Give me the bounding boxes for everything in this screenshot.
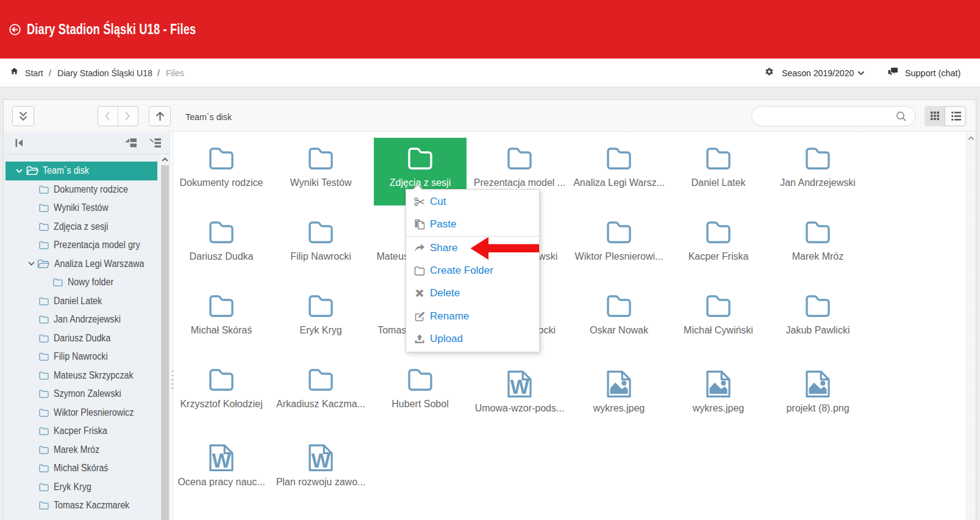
svg-text:W: W: [510, 376, 529, 397]
svg-text:W: W: [212, 449, 231, 471]
svg-text:W: W: [311, 449, 331, 471]
